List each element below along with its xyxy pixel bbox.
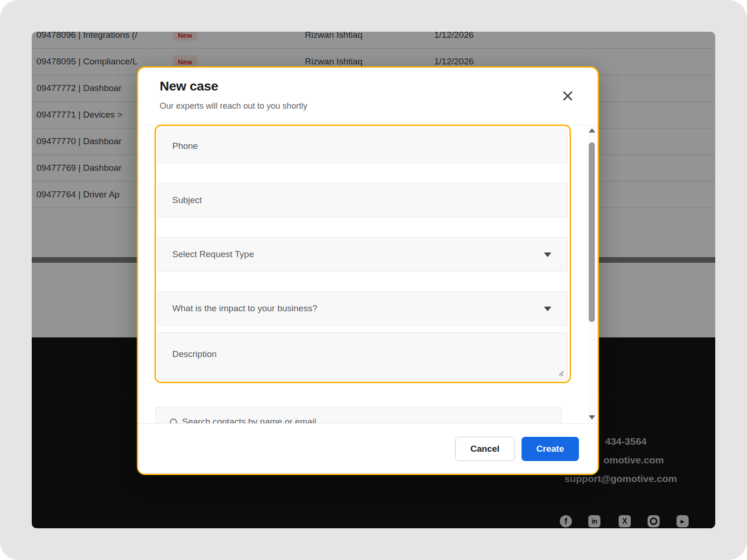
modal-header: New case Our experts will reach out to y… — [138, 68, 598, 125]
create-button[interactable]: Create — [521, 437, 579, 461]
close-button[interactable] — [561, 89, 574, 102]
impact-placeholder: What is the impact to your business? — [172, 303, 317, 314]
request-type-placeholder: Select Request Type — [172, 249, 254, 259]
modal-scrollbar[interactable] — [588, 126, 595, 421]
description-placeholder: Description — [172, 349, 217, 359]
subject-placeholder: Subject — [172, 195, 202, 205]
chevron-down-icon — [544, 307, 551, 311]
resize-handle-icon[interactable] — [558, 371, 564, 376]
description-textarea[interactable]: Description — [158, 332, 568, 380]
screen-background: 09478096 | Integrations (/ New Rizwan Is… — [0, 0, 747, 560]
cancel-button[interactable]: Cancel — [455, 437, 515, 461]
phone-field[interactable]: Phone — [158, 129, 568, 163]
impact-select[interactable]: What is the impact to your business? — [158, 291, 568, 326]
request-type-select[interactable]: Select Request Type — [158, 237, 568, 272]
modal-subtitle: Our experts will reach out to you shortl… — [160, 101, 307, 111]
chevron-down-icon — [544, 252, 551, 257]
modal-footer: Cancel Create — [138, 423, 598, 474]
scrollbar-thumb[interactable] — [589, 142, 595, 322]
modal-title: New case — [160, 79, 218, 94]
subject-field[interactable]: Subject — [158, 183, 568, 217]
phone-placeholder: Phone — [172, 141, 198, 151]
scroll-up-icon[interactable] — [589, 128, 595, 133]
scroll-down-icon[interactable] — [589, 415, 595, 420]
new-case-modal: New case Our experts will reach out to y… — [137, 66, 599, 475]
fields-highlight-box: Phone Subject Select Request Type What i… — [155, 125, 571, 383]
